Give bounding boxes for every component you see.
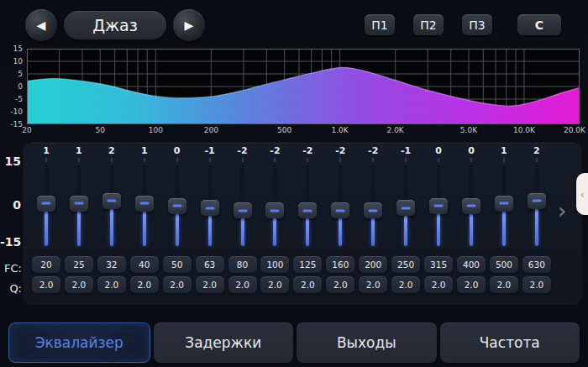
band-gain-slider[interactable]: [396, 162, 416, 249]
band-fc-chip[interactable]: 200: [359, 256, 387, 273]
band-fc-chip[interactable]: 100: [260, 256, 289, 273]
band-q-chip[interactable]: 2.0: [163, 276, 192, 293]
band-fc-chip[interactable]: 20: [32, 256, 60, 273]
slider-thumb[interactable]: [168, 198, 186, 214]
band-fc-chip[interactable]: 500: [490, 256, 518, 273]
band-q-chip[interactable]: 2.0: [457, 276, 486, 293]
tab-equalizer[interactable]: Эквалайзер: [8, 322, 150, 363]
band-column-400: 0 400 2.0: [455, 144, 487, 293]
band-gain-value: 0: [468, 144, 475, 157]
band-gain-slider[interactable]: [494, 162, 514, 249]
band-gain-slider[interactable]: [527, 162, 547, 249]
slider-fill: [176, 212, 179, 246]
band-q-chip[interactable]: 2.0: [196, 276, 224, 293]
slider-thumb[interactable]: [331, 202, 349, 218]
band-q-chip[interactable]: 2.0: [391, 276, 420, 293]
slider-thumb[interactable]: [234, 202, 252, 218]
band-fc-chip[interactable]: 25: [65, 256, 93, 273]
band-q-chip[interactable]: 2.0: [228, 276, 257, 293]
reset-icon: C: [535, 18, 543, 32]
preset-next-button[interactable]: ▶: [173, 9, 205, 41]
band-column-250: -1 250 2.0: [390, 144, 422, 293]
arrow-left-icon: ◀: [37, 18, 46, 32]
preset-selector[interactable]: Джаз: [64, 11, 166, 39]
y-axis-tick-label: 0: [0, 82, 23, 92]
slider-thumb[interactable]: [364, 202, 382, 218]
band-fc-chip[interactable]: 125: [293, 256, 322, 273]
band-fc-chip[interactable]: 40: [130, 256, 159, 273]
band-gain-slider[interactable]: [363, 162, 383, 249]
band-q-chip[interactable]: 2.0: [522, 276, 551, 293]
band-q-chip[interactable]: 2.0: [65, 276, 93, 293]
band-q-chip[interactable]: 2.0: [490, 276, 518, 293]
reset-button[interactable]: C: [517, 14, 561, 35]
band-gain-slider[interactable]: [330, 162, 350, 249]
arrow-right-icon: ▶: [185, 18, 194, 32]
x-axis-tick-label: 5.0K: [460, 126, 477, 134]
x-axis-tick-label: 200: [204, 126, 218, 134]
more-bands-chevron-icon[interactable]: ›: [558, 200, 566, 222]
band-gain-slider[interactable]: [200, 162, 220, 249]
band-column-315: 0 315 2.0: [423, 144, 454, 293]
band-q-chip[interactable]: 2.0: [293, 276, 322, 293]
slider-fill: [437, 212, 440, 246]
band-gain-slider[interactable]: [134, 162, 155, 249]
band-gain-slider[interactable]: [233, 162, 253, 249]
band-fc-chip[interactable]: 250: [391, 256, 420, 273]
tab-outputs[interactable]: Выходы: [297, 322, 437, 363]
memory-preset-button-2[interactable]: П2: [413, 14, 444, 35]
band-q-chip[interactable]: 2.0: [32, 276, 60, 293]
band-gain-slider[interactable]: [428, 162, 449, 249]
slider-thumb[interactable]: [102, 193, 121, 209]
band-fc-chip[interactable]: 80: [228, 256, 257, 273]
preset-prev-button[interactable]: ◀: [25, 9, 57, 41]
band-q-chip[interactable]: 2.0: [326, 276, 354, 293]
slider-fill: [535, 207, 538, 246]
band-fc-chip[interactable]: 32: [97, 256, 126, 273]
memory-preset-button-3[interactable]: П3: [462, 14, 492, 35]
band-gain-slider[interactable]: [36, 162, 56, 249]
band-gain-value: 1: [501, 144, 507, 157]
band-gain-slider[interactable]: [265, 162, 285, 249]
band-gain-slider[interactable]: [461, 162, 481, 249]
band-q-chip[interactable]: 2.0: [130, 276, 159, 293]
band-fc-chip[interactable]: 63: [196, 256, 224, 273]
slider-thumb[interactable]: [201, 200, 219, 216]
band-gain-value: -2: [335, 144, 345, 157]
slider-thumb[interactable]: [37, 196, 55, 212]
tab-frequency[interactable]: Частота: [440, 322, 580, 363]
band-q-chip[interactable]: 2.0: [359, 276, 387, 293]
tab-delays[interactable]: Задержки: [154, 322, 294, 363]
band-gain-slider[interactable]: [102, 162, 122, 249]
slider-thumb[interactable]: [265, 202, 284, 218]
gain-axis-label: -15: [0, 235, 21, 249]
slider-fill: [143, 210, 146, 246]
slider-thumb[interactable]: [135, 196, 154, 212]
band-gain-value: 0: [435, 144, 442, 157]
band-fc-chip[interactable]: 400: [457, 256, 486, 273]
slider-thumb[interactable]: [70, 196, 88, 212]
band-q-chip[interactable]: 2.0: [424, 276, 453, 293]
band-fc-chip[interactable]: 160: [326, 256, 354, 273]
x-axis-tick-label: 1.0K: [332, 126, 349, 134]
slider-thumb[interactable]: [462, 198, 480, 214]
band-fc-chip[interactable]: 50: [163, 256, 192, 273]
y-axis-tick-label: 15: [0, 45, 23, 54]
slider-thumb[interactable]: [396, 200, 415, 216]
memory-preset-button-1[interactable]: П1: [365, 14, 395, 35]
q-row-label: Q:: [0, 282, 22, 295]
band-gain-slider[interactable]: [167, 162, 187, 249]
slider-thumb[interactable]: [495, 196, 513, 212]
slider-thumb[interactable]: [298, 202, 317, 218]
slider-thumb[interactable]: [429, 198, 448, 214]
band-fc-chip[interactable]: 315: [424, 256, 453, 273]
band-gain-slider[interactable]: [69, 162, 89, 249]
x-axis-tick-label: 20: [22, 126, 31, 134]
band-gain-value: 1: [76, 144, 82, 157]
band-q-chip[interactable]: 2.0: [97, 276, 126, 293]
slider-thumb[interactable]: [528, 193, 546, 209]
band-gain-slider[interactable]: [297, 162, 318, 249]
side-drawer-handle[interactable]: ‹: [576, 173, 588, 215]
band-q-chip[interactable]: 2.0: [260, 276, 289, 293]
band-fc-chip[interactable]: 630: [522, 256, 551, 273]
